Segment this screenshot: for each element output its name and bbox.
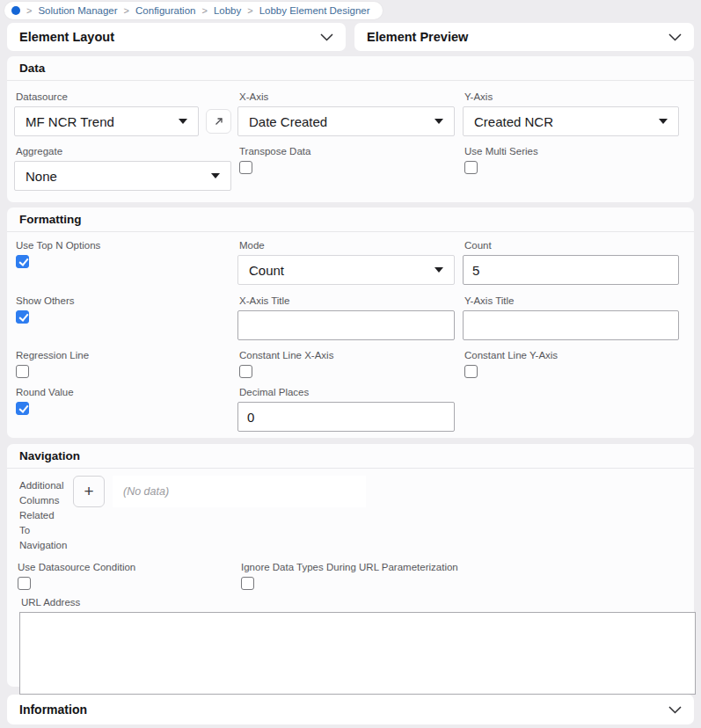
y-axis-value: Created NCR	[474, 114, 553, 129]
breadcrumb-item-lobby[interactable]: Lobby	[214, 5, 241, 16]
decimal-places-input[interactable]	[237, 402, 455, 432]
navigation-panel: Navigation Additional Columns Related To…	[7, 444, 694, 687]
aggregate-label: Aggregate	[14, 146, 237, 157]
chevron-down-icon	[668, 33, 682, 41]
chevron-down-icon	[320, 33, 333, 41]
x-axis-title-input[interactable]	[237, 310, 455, 340]
y-axis-title-label: Y-Axis Title	[463, 295, 687, 306]
regression-line-field: Regression Line	[14, 350, 237, 378]
transpose-data-checkbox[interactable]	[239, 161, 252, 174]
additional-columns-empty-list: (No data)	[113, 476, 366, 507]
breadcrumb-item-lobby-element-designer[interactable]: Lobby Element Designer	[259, 5, 370, 16]
use-top-n-checkbox[interactable]	[16, 255, 29, 268]
x-axis-value: Date Created	[249, 114, 327, 129]
y-axis-title-field: Y-Axis Title	[463, 295, 687, 340]
mode-field: Mode Count	[237, 240, 463, 285]
mode-dropdown[interactable]: Count	[237, 255, 455, 285]
transpose-data-label: Transpose Data	[237, 146, 463, 157]
use-top-n-field: Use Top N Options	[14, 240, 237, 285]
y-axis-title-input[interactable]	[463, 310, 679, 340]
use-multi-series-checkbox[interactable]	[464, 161, 478, 174]
open-datasource-button[interactable]	[206, 109, 231, 134]
datasource-label: Datasource	[14, 91, 237, 102]
navigation-panel-title: Navigation	[18, 449, 80, 462]
constant-line-x-field: Constant Line X-Axis	[237, 350, 463, 378]
data-panel-header: Data	[7, 56, 694, 81]
count-field: Count	[463, 240, 687, 285]
additional-columns-label: Additional Columns Related To Navigation	[19, 476, 65, 553]
caret-down-icon	[434, 119, 443, 124]
datasource-field: Datasource MF NCR Trend	[14, 91, 237, 136]
show-others-field: Show Others	[14, 295, 237, 340]
page: > Solution Manager > Configuration > Lob…	[0, 0, 701, 728]
aggregate-field: Aggregate None	[14, 146, 237, 191]
use-datasource-condition-field: Use Datasource Condition	[16, 562, 239, 590]
element-preview-title: Element Preview	[367, 30, 468, 44]
formatting-panel-header: Formatting	[7, 207, 694, 232]
caret-down-icon	[179, 119, 187, 124]
ignore-data-types-checkbox[interactable]	[241, 577, 254, 590]
data-panel: Data Datasource MF NCR Trend	[7, 56, 694, 202]
data-panel-title: Data	[18, 62, 45, 75]
url-address-label: URL Address	[19, 597, 681, 608]
regression-line-label: Regression Line	[14, 350, 237, 360]
ignore-data-types-label: Ignore Data Types During URL Parameteriz…	[239, 562, 689, 572]
breadcrumb-separator: >	[247, 5, 252, 16]
element-layout-title: Element Layout	[19, 30, 114, 44]
show-others-label: Show Others	[14, 295, 237, 306]
caret-down-icon	[211, 173, 220, 178]
x-axis-title-label: X-Axis Title	[237, 295, 463, 306]
decimal-places-label: Decimal Places	[237, 387, 463, 397]
add-column-button[interactable]: +	[73, 476, 105, 507]
breadcrumb-separator: >	[124, 5, 129, 16]
breadcrumb-separator: >	[201, 5, 207, 16]
breadcrumb-separator: >	[26, 5, 32, 16]
mode-value: Count	[249, 263, 284, 278]
mode-label: Mode	[237, 240, 463, 251]
y-axis-dropdown[interactable]: Created NCR	[463, 106, 679, 136]
element-preview-accordion[interactable]: Element Preview	[354, 23, 694, 51]
y-axis-field: Y-Axis Created NCR	[463, 91, 687, 136]
ignore-data-types-field: Ignore Data Types During URL Parameteriz…	[239, 562, 689, 590]
caret-down-icon	[434, 267, 443, 273]
decimal-places-field: Decimal Places	[237, 387, 463, 432]
url-address-field: URL Address	[14, 597, 687, 695]
datasource-dropdown[interactable]: MF NCR Trend	[14, 106, 199, 136]
transpose-data-field: Transpose Data	[237, 146, 463, 191]
constant-line-y-field: Constant Line Y-Axis	[463, 350, 687, 378]
constant-line-y-label: Constant Line Y-Axis	[463, 350, 687, 360]
regression-line-checkbox[interactable]	[16, 365, 29, 378]
navigation-panel-header: Navigation	[7, 444, 694, 469]
app-status-dot-icon	[11, 6, 20, 15]
breadcrumb: > Solution Manager > Configuration > Lob…	[4, 2, 383, 19]
formatting-panel-title: Formatting	[18, 213, 82, 226]
element-layout-accordion[interactable]: Element Layout	[7, 23, 346, 51]
use-top-n-label: Use Top N Options	[14, 240, 237, 251]
aggregate-dropdown[interactable]: None	[14, 161, 231, 191]
information-title: Information	[19, 703, 87, 717]
x-axis-label: X-Axis	[237, 91, 463, 102]
formatting-panel: Formatting Use Top N Options Mode Count …	[7, 207, 694, 438]
breadcrumb-item-solution-manager[interactable]: Solution Manager	[38, 5, 117, 16]
aggregate-value: None	[26, 169, 57, 184]
show-others-checkbox[interactable]	[16, 310, 29, 324]
count-label: Count	[463, 240, 687, 251]
use-multi-series-label: Use Multi Series	[463, 146, 687, 157]
constant-line-x-checkbox[interactable]	[239, 365, 252, 378]
use-datasource-condition-checkbox[interactable]	[18, 577, 31, 590]
x-axis-title-field: X-Axis Title	[237, 295, 463, 340]
information-accordion[interactable]: Information	[7, 695, 694, 724]
count-input[interactable]	[463, 255, 679, 285]
url-address-textarea[interactable]	[19, 612, 696, 695]
round-value-checkbox[interactable]	[16, 402, 29, 415]
breadcrumb-item-configuration[interactable]: Configuration	[135, 5, 195, 16]
x-axis-field: X-Axis Date Created	[237, 91, 463, 136]
round-value-label: Round Value	[14, 387, 237, 397]
round-value-field: Round Value	[14, 387, 237, 432]
use-datasource-condition-label: Use Datasource Condition	[16, 562, 239, 572]
no-data-text: (No data)	[123, 485, 169, 498]
x-axis-dropdown[interactable]: Date Created	[237, 106, 455, 136]
caret-down-icon	[659, 119, 668, 124]
constant-line-x-label: Constant Line X-Axis	[237, 350, 463, 360]
constant-line-y-checkbox[interactable]	[464, 365, 478, 378]
